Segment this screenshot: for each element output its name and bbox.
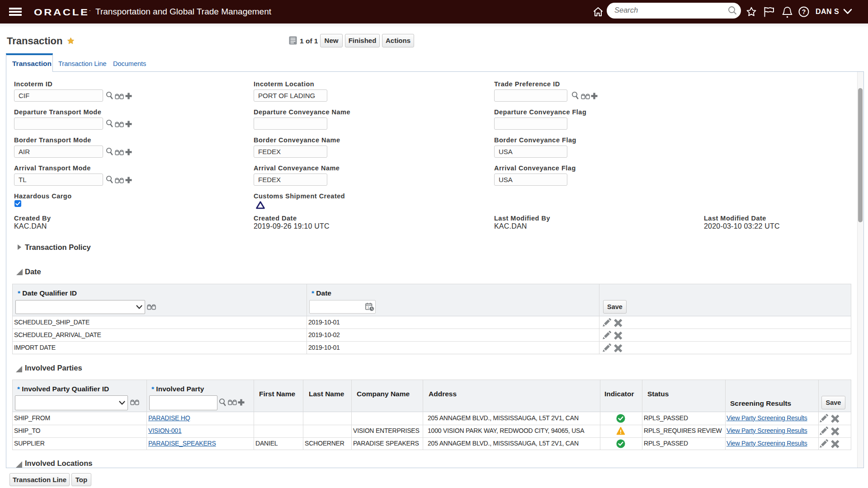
svg-text:?: ? <box>802 8 806 15</box>
